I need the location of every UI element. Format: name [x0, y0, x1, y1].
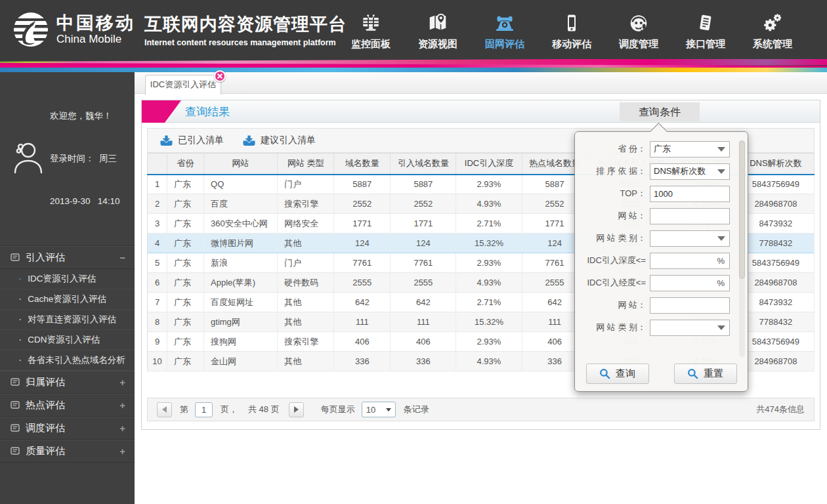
- table-cell: 5843756949: [737, 253, 814, 273]
- search-icon: [687, 368, 698, 379]
- text-input[interactable]: [654, 189, 726, 199]
- text-input[interactable]: [654, 278, 717, 288]
- chevron-down-icon: [717, 169, 725, 174]
- sidebar-section-1[interactable]: 引入评估−: [0, 246, 135, 269]
- field-input-7[interactable]: %: [650, 275, 730, 291]
- sidebar-section-4[interactable]: 调度评估+: [0, 417, 135, 440]
- nav-item-5[interactable]: 调度管理: [616, 6, 662, 51]
- brand-name-en: China Mobile: [56, 33, 135, 45]
- bullet-icon: ·: [18, 355, 22, 366]
- imported-list-button[interactable]: 已引入清单: [159, 135, 224, 146]
- app-header: 中国移动 China Mobile 互联网内容资源管理平台 Internet c…: [0, 0, 827, 59]
- table-cell: 其他: [278, 234, 334, 253]
- section-title: 查询结果: [185, 104, 230, 119]
- next-page-button[interactable]: [289, 402, 304, 417]
- dispatch-headset-icon: [628, 6, 649, 33]
- expand-icon[interactable]: +: [119, 423, 125, 434]
- welcome-text: 欢迎您，魏华！: [50, 109, 120, 123]
- per-page-select[interactable]: 10: [362, 402, 396, 417]
- tool-button-label: 已引入清单: [178, 135, 224, 146]
- table-cell: 360安全中心网: [204, 214, 278, 234]
- nav-item-7[interactable]: 系统管理: [750, 6, 795, 51]
- document-icon: [11, 401, 20, 409]
- table-cell: 2552: [391, 194, 456, 214]
- table-cell: 2555: [334, 273, 391, 293]
- tab-idc-assessment[interactable]: IDC资源引入评估: [145, 75, 221, 94]
- field-input-4[interactable]: [650, 208, 730, 224]
- expand-icon[interactable]: +: [119, 446, 125, 457]
- chevron-down-icon: [717, 147, 725, 152]
- bullet-icon: ·: [18, 294, 22, 304]
- table-cell: 其他: [278, 293, 334, 312]
- next-arrow-icon: [294, 406, 299, 413]
- reset-button[interactable]: 重置: [674, 364, 737, 384]
- expand-icon[interactable]: +: [119, 377, 125, 388]
- table-cell: 10: [148, 352, 167, 371]
- pagination-bar: 第 1 页， 共 48 页 每页显示 10 条记录 共474条信息: [147, 398, 815, 421]
- column-header-10[interactable]: DNS解析次数: [737, 154, 814, 175]
- column-header-5[interactable]: 引入域名数量: [391, 154, 456, 175]
- field-input-8[interactable]: [650, 297, 730, 314]
- monitor-dashboard-icon: [360, 6, 381, 33]
- column-header-4[interactable]: 域名数量: [334, 154, 391, 175]
- sidebar-section-label: 引入评估: [26, 251, 65, 264]
- expand-icon[interactable]: +: [119, 400, 125, 411]
- field-select-2[interactable]: DNS解析次数: [650, 163, 730, 180]
- text-input[interactable]: [654, 301, 726, 310]
- query-field-row: 排 序 依 据：DNS解析次数: [575, 163, 738, 180]
- select-value: 广东: [654, 143, 671, 155]
- tab-close-icon[interactable]: [214, 70, 226, 82]
- search-button[interactable]: 查询: [586, 364, 649, 384]
- table-cell: 广东: [167, 332, 204, 352]
- column-header-6[interactable]: IDC引入深度: [456, 154, 522, 175]
- sidebar-item-1-5[interactable]: ·各省未引入热点域名分析: [0, 350, 135, 371]
- sidebar-section-5[interactable]: 质量评估+: [0, 440, 135, 463]
- collapse-icon[interactable]: −: [119, 252, 125, 263]
- table-cell: 1: [148, 175, 167, 194]
- query-field-row: 网 站：: [575, 207, 738, 224]
- field-select-1[interactable]: 广东: [650, 141, 730, 158]
- table-cell: QQ: [204, 175, 278, 194]
- table-cell: 2: [148, 194, 167, 214]
- query-conditions-button[interactable]: 查询条件: [620, 102, 700, 121]
- panel-scrollbar-thumb[interactable]: [739, 140, 745, 279]
- main-nav: 监控面板资源视图固网评估移动评估调度管理接口管理系统管理: [348, 6, 795, 51]
- column-header-3[interactable]: 网站 类型: [278, 154, 334, 175]
- table-cell: 4.93%: [456, 273, 522, 293]
- field-input-3[interactable]: [650, 186, 730, 202]
- query-fields: 省 份：广东排 序 依 据：DNS解析次数TOP：网 站：网 站 类 别：IDC…: [575, 140, 748, 336]
- nav-item-2[interactable]: 资源视图: [415, 6, 461, 51]
- suggested-import-list-button[interactable]: 建议引入清单: [242, 135, 316, 146]
- sidebar-item-1-1[interactable]: ·IDC资源引入评估: [0, 269, 135, 289]
- text-input[interactable]: [654, 211, 726, 221]
- sidebar-section-3[interactable]: 热点评估+: [0, 394, 135, 417]
- field-select-5[interactable]: [650, 230, 730, 247]
- nav-item-1[interactable]: 监控面板: [348, 6, 394, 51]
- table-cell: 4.93%: [456, 194, 522, 214]
- sidebar-item-1-4[interactable]: ·CDN资源引入评估: [0, 330, 135, 350]
- title-accent: [142, 100, 181, 123]
- prev-page-button[interactable]: [157, 402, 172, 417]
- field-select-9[interactable]: [650, 320, 730, 336]
- nav-item-6[interactable]: 接口管理: [683, 6, 729, 51]
- nav-item-3[interactable]: 固网评估: [482, 6, 528, 51]
- table-cell: 微博图片网: [204, 234, 278, 253]
- column-header-2[interactable]: 网站: [204, 154, 278, 175]
- sidebar-item-1-3[interactable]: ·对等直连资源引入评估: [0, 310, 135, 330]
- app-title: 互联网内容资源管理平台: [144, 12, 347, 36]
- page-number-input[interactable]: 1: [195, 402, 213, 417]
- table-cell: 1771: [334, 214, 391, 234]
- panel-scrollbar[interactable]: [739, 140, 745, 357]
- field-input-6[interactable]: %: [650, 253, 730, 269]
- sidebar-section-2[interactable]: 归属评估+: [0, 371, 135, 394]
- field-label: 网 站 类 别：: [575, 232, 646, 244]
- mobile-phone-icon: [562, 6, 582, 33]
- table-cell: 284968708: [737, 194, 814, 214]
- table-cell: 642: [391, 293, 456, 312]
- sidebar-item-1-2[interactable]: ·Cache资源引入评估: [0, 289, 135, 310]
- nav-label: 固网评估: [485, 38, 524, 51]
- column-header-1[interactable]: 省份: [167, 154, 204, 175]
- table-cell: 广东: [167, 175, 204, 194]
- text-input[interactable]: [654, 256, 717, 266]
- nav-item-4[interactable]: 移动评估: [549, 6, 595, 51]
